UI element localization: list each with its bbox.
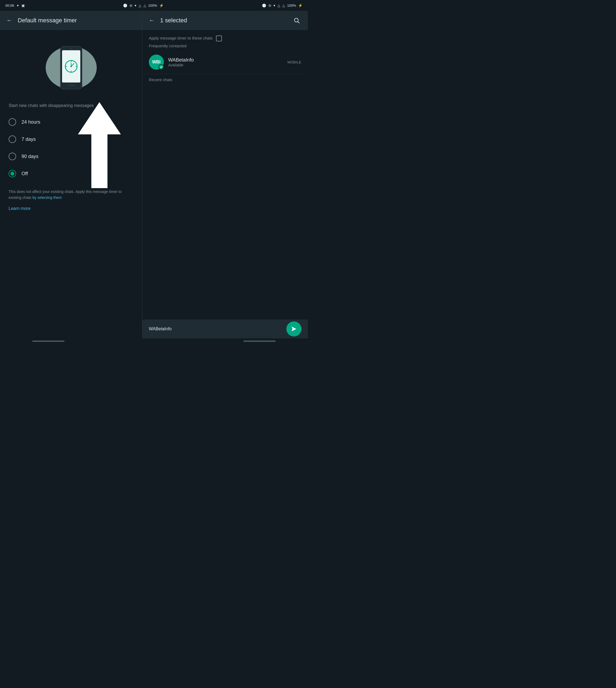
- svg-line-14: [298, 22, 300, 23]
- svg-point-3: [70, 47, 72, 49]
- radio-circle-off: [8, 170, 16, 177]
- contact-status: Available: [168, 63, 283, 67]
- right-header: ← 1 selected: [142, 11, 308, 30]
- right-bottom-bar: WABetaInfo: [142, 320, 308, 338]
- wifi-icon: ▾: [17, 3, 19, 7]
- battery-center: 100%: [148, 3, 157, 7]
- right-panel: ← 1 selected Apply message timer to thes…: [142, 11, 308, 338]
- right-back-button[interactable]: ←: [149, 17, 155, 24]
- bolt-icon-right: ⚡: [298, 3, 303, 7]
- right-content: Apply message timer to these chats Frequ…: [142, 30, 308, 320]
- contact-info-wabetainfo: WABetaInfo Available: [168, 57, 283, 67]
- apply-message-text: Apply message timer to these chats: [149, 36, 213, 40]
- bottom-indicators: [0, 338, 308, 344]
- contact-platform: MOBILE: [287, 60, 302, 64]
- left-header: ← Default message timer: [0, 11, 142, 30]
- radio-label-off: Off: [21, 171, 28, 176]
- dnd-icon-right: ⊖: [268, 3, 271, 7]
- status-bar-left: 00:06 ▾ ▣: [5, 3, 25, 7]
- left-panel-title: Default message timer: [18, 17, 77, 24]
- wifi-icon-center: ▾: [135, 3, 136, 7]
- battery-right: 100%: [287, 3, 296, 7]
- signal-icon-1: △: [139, 3, 141, 7]
- radio-option-24h[interactable]: 24 hours: [8, 114, 133, 130]
- right-nav-indicator: [243, 341, 276, 342]
- radio-label-7days: 7 days: [21, 136, 36, 142]
- radio-circle-7days: [8, 135, 16, 143]
- radio-options-list: 24 hours 7 days 90 days Off: [8, 114, 133, 181]
- signal-icon-2: △: [144, 3, 146, 7]
- contact-name: WABetaInfo: [168, 57, 283, 63]
- radio-option-90days[interactable]: 90 days: [8, 149, 133, 164]
- contact-avatar-wabetainfo: WBI: [149, 55, 164, 70]
- send-icon: [290, 325, 298, 332]
- radio-inner-off: [10, 172, 14, 175]
- search-button[interactable]: [292, 16, 302, 25]
- right-header-left: ← 1 selected: [149, 17, 187, 24]
- left-panel: ← Default message timer: [0, 11, 142, 338]
- left-nav-indicator: [32, 341, 64, 342]
- phone-illustration: [8, 41, 133, 94]
- alarm-icon-center: 🕐: [123, 3, 127, 7]
- time-display: 00:06: [5, 3, 14, 7]
- dnd-icon-center: ⊖: [130, 3, 132, 7]
- left-back-button[interactable]: ←: [6, 17, 13, 24]
- checkbox-icon: [216, 36, 222, 41]
- phone-blob: [42, 41, 101, 94]
- svg-marker-15: [291, 326, 296, 331]
- panels-wrapper: ← Default message timer: [0, 11, 308, 338]
- main-panels: ← Default message timer: [0, 11, 308, 338]
- phone-svg: [58, 45, 85, 90]
- recent-chats-label: Recent chats: [142, 74, 308, 85]
- frequently-contacted-label: Frequently contacted: [142, 42, 308, 51]
- signal-right-2: △: [282, 3, 285, 7]
- section-title: Start new chats with disappearing messag…: [8, 103, 133, 108]
- avatar-check-icon: [158, 64, 164, 70]
- apply-message-header: Apply message timer to these chats: [142, 30, 308, 42]
- description-main-text: This does not affect your existing chats…: [8, 190, 122, 200]
- contact-row-wabetainfo[interactable]: WBI WABetaInfo Available MOBILE: [142, 51, 308, 73]
- radio-label-24h: 24 hours: [21, 119, 40, 125]
- signal-right-1: △: [278, 3, 280, 7]
- radio-label-90days: 90 days: [21, 154, 39, 159]
- learn-more-link[interactable]: Learn more: [8, 206, 30, 211]
- alarm-icon-right: 🕐: [262, 3, 266, 7]
- radio-circle-90days: [8, 153, 16, 160]
- description-text: This does not affect your existing chats…: [8, 189, 133, 201]
- wifi-icon-right: ▾: [273, 3, 276, 7]
- radio-option-off[interactable]: Off: [8, 166, 133, 181]
- description-link[interactable]: by selecting them: [32, 195, 62, 200]
- bolt-icon-center: ⚡: [159, 3, 163, 7]
- status-bar-right: 🕐 ⊖ ▾ △ △ 100% ⚡: [262, 3, 303, 7]
- status-bar: 00:06 ▾ ▣ 🕐 ⊖ ▾ △ △ 100% ⚡ 🕐 ⊖ ▾ △ △ 100…: [0, 0, 308, 11]
- bottom-contact-name: WABetaInfo: [149, 326, 172, 331]
- left-content: Start new chats with disappearing messag…: [0, 30, 142, 338]
- svg-rect-12: [67, 85, 75, 86]
- search-icon: [293, 17, 300, 24]
- status-bar-center: 🕐 ⊖ ▾ △ △ 100% ⚡: [123, 3, 163, 7]
- selected-count: 1 selected: [160, 17, 187, 24]
- avatar-text: WBI: [152, 60, 160, 64]
- radio-option-7days[interactable]: 7 days: [8, 132, 133, 147]
- sim-icon: ▣: [21, 3, 25, 7]
- radio-circle-24h: [8, 118, 16, 126]
- send-button[interactable]: [286, 321, 302, 337]
